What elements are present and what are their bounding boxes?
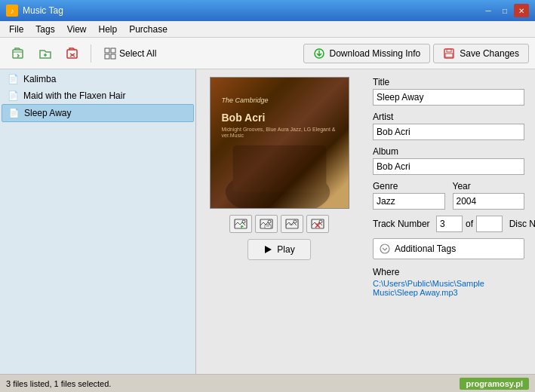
window-title: Music Tag xyxy=(23,5,63,16)
download-label: Download Missing Info xyxy=(330,48,421,59)
svg-point-29 xyxy=(380,244,389,253)
add-folder-icon xyxy=(38,47,52,60)
toolbar: Select All Download Missing Info Save Ch… xyxy=(0,38,535,69)
additional-tags-label: Additional Tags xyxy=(395,243,456,254)
svg-rect-7 xyxy=(105,54,109,59)
menu-purchase[interactable]: Purchase xyxy=(123,23,174,36)
where-path[interactable]: C:\Users\Public\Music\Sample Music\Sleep… xyxy=(373,279,524,297)
svg-rect-8 xyxy=(111,48,115,53)
status-text: 3 files listed, 1 files selected. xyxy=(6,379,111,388)
svg-marker-28 xyxy=(265,246,272,253)
artist-field-group: Artist xyxy=(373,112,524,140)
title-bar-left: ♪ Music Tag xyxy=(6,5,63,17)
play-icon xyxy=(263,245,272,254)
chevron-down-icon xyxy=(380,243,390,254)
file-icon-0: 📄 xyxy=(8,74,19,84)
select-all-button[interactable]: Select All xyxy=(97,44,163,63)
save-changes-button[interactable]: Save Changes xyxy=(433,44,529,63)
svg-point-23 xyxy=(294,220,297,223)
track-of-input[interactable] xyxy=(476,216,503,232)
open-file-icon xyxy=(11,47,25,60)
load-art-from-file-button[interactable] xyxy=(229,215,252,233)
file-item-2[interactable]: 📄 Sleep Away xyxy=(2,104,194,122)
file-item-1[interactable]: 📄 Maid with the Flaxen Hair xyxy=(2,87,194,104)
album-input[interactable] xyxy=(373,158,524,175)
menu-view[interactable]: View xyxy=(61,23,93,36)
file-list: 📄 Kalimba 📄 Maid with the Flaxen Hair 📄 … xyxy=(0,69,196,374)
brand-label: programosy.pl xyxy=(460,378,529,390)
download-icon xyxy=(313,47,325,60)
svg-rect-20 xyxy=(265,225,271,228)
download-missing-info-button[interactable]: Download Missing Info xyxy=(303,44,431,63)
file-name-1: Maid with the Flaxen Hair xyxy=(23,90,125,101)
genre-field-group: Genre xyxy=(373,181,445,210)
disc-number-label: Disc Number xyxy=(509,219,535,229)
where-section: Where C:\Users\Public\Music\Sample Music… xyxy=(373,267,524,297)
year-label: Year xyxy=(453,181,525,191)
minimize-button[interactable]: ─ xyxy=(481,4,496,17)
remove-button[interactable] xyxy=(60,42,85,65)
select-all-icon xyxy=(104,47,116,60)
load-art-from-tag-button[interactable] xyxy=(255,215,278,233)
app-icon: ♪ xyxy=(6,5,18,17)
file-name-2: Sleep Away xyxy=(24,108,72,118)
genre-year-row: Genre Year xyxy=(373,181,524,210)
genre-input[interactable] xyxy=(373,193,445,210)
album-art-artist-name: Bob Acri xyxy=(222,112,266,124)
center-panel: The Cambridge Bob Acri Midnight Grooves,… xyxy=(196,69,362,374)
window-controls: ─ □ ✕ xyxy=(481,4,529,17)
file-icon-2: 📄 xyxy=(8,108,20,118)
open-file-button[interactable] xyxy=(6,42,30,65)
right-panel: Title Artist Album Genre Year Track Numb… xyxy=(362,69,535,374)
file-item-0[interactable]: 📄 Kalimba xyxy=(2,71,194,87)
play-label: Play xyxy=(277,244,294,255)
album-art: The Cambridge Bob Acri Midnight Grooves,… xyxy=(210,77,349,209)
file-icon-1: 📄 xyxy=(8,90,19,101)
save-label: Save Changes xyxy=(460,48,519,59)
track-of-label: of xyxy=(466,219,473,229)
status-bar: 3 files listed, 1 files selected. progra… xyxy=(0,374,535,392)
svg-rect-9 xyxy=(111,54,115,59)
album-field-group: Album xyxy=(373,146,524,175)
toolbar-separator xyxy=(91,44,91,63)
svg-rect-3 xyxy=(67,50,77,58)
delete-art-icon xyxy=(311,219,324,229)
artist-input[interactable] xyxy=(373,124,524,140)
add-folder-button[interactable] xyxy=(33,42,57,65)
delete-art-button[interactable] xyxy=(306,215,329,233)
maximize-button[interactable]: □ xyxy=(497,4,512,17)
svg-point-17 xyxy=(242,220,245,223)
year-field-group: Year xyxy=(453,181,525,210)
art-buttons xyxy=(229,215,329,233)
artist-label: Artist xyxy=(373,112,524,122)
track-number-input[interactable] xyxy=(436,216,463,232)
svg-point-25 xyxy=(319,220,322,223)
remove-icon xyxy=(66,47,79,60)
svg-rect-15 xyxy=(232,145,326,192)
year-input[interactable] xyxy=(453,193,525,210)
svg-rect-6 xyxy=(105,48,109,53)
title-input[interactable] xyxy=(373,89,524,106)
menu-bar: File Tags View Help Purchase xyxy=(0,21,535,38)
genre-label: Genre xyxy=(373,181,445,191)
menu-tags[interactable]: Tags xyxy=(29,23,60,36)
save-icon xyxy=(443,47,455,60)
play-button[interactable]: Play xyxy=(248,239,310,260)
load-art-file-icon xyxy=(234,219,248,229)
copy-art-button[interactable] xyxy=(281,215,303,233)
where-label: Where xyxy=(373,267,524,277)
select-all-label: Select All xyxy=(119,48,156,59)
main-content: 📄 Kalimba 📄 Maid with the Flaxen Hair 📄 … xyxy=(0,69,535,374)
title-bar: ♪ Music Tag ─ □ ✕ xyxy=(0,0,535,21)
load-art-tag-icon xyxy=(260,219,273,229)
additional-tags-button[interactable]: Additional Tags xyxy=(373,238,524,259)
album-art-pre-text: The Cambridge xyxy=(222,96,269,106)
album-label: Album xyxy=(373,146,524,157)
close-button[interactable]: ✕ xyxy=(514,4,529,17)
track-number-label: Track Number xyxy=(373,219,433,229)
title-label: Title xyxy=(373,77,524,87)
copy-art-icon xyxy=(285,219,299,229)
menu-file[interactable]: File xyxy=(3,23,29,36)
svg-rect-13 xyxy=(445,54,453,57)
menu-help[interactable]: Help xyxy=(93,23,124,36)
